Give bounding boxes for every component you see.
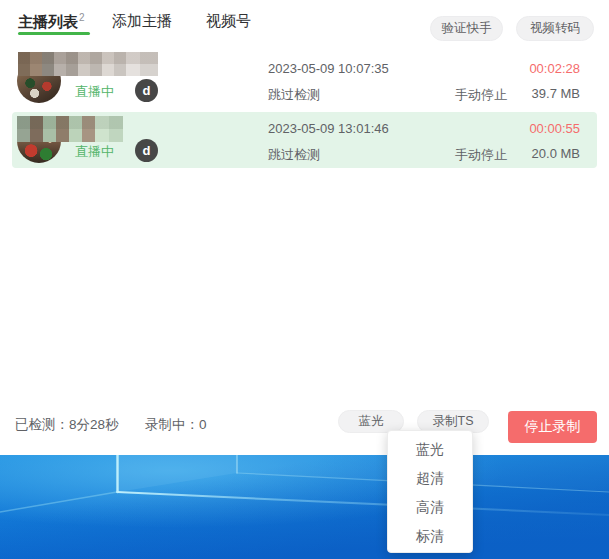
verify-kuaishou-button[interactable]: 验证快手 xyxy=(430,16,503,41)
record-start-time: 2023-05-09 10:07:35 xyxy=(268,61,389,76)
censored-streamer-name xyxy=(18,52,158,76)
tab-add-streamer-label: 添加主播 xyxy=(112,12,172,29)
quality-dropdown-menu: 蓝光 超清 高清 标清 xyxy=(387,430,473,553)
record-start-time: 2023-05-09 13:01:46 xyxy=(268,121,389,136)
platform-d-icon[interactable]: d xyxy=(135,79,158,102)
detected-time-status: 已检测：8分28秒 xyxy=(15,416,119,434)
file-size-label: 20.0 MB xyxy=(532,146,580,161)
file-size-label: 39.7 MB xyxy=(532,86,580,101)
live-status-label: 直播中 xyxy=(75,83,114,101)
censored-streamer-name xyxy=(17,116,123,142)
dropdown-item-high-def[interactable]: 高清 xyxy=(388,493,472,522)
tab-video-account[interactable]: 视频号 xyxy=(206,12,251,31)
manual-stop-label[interactable]: 手动停止 xyxy=(455,86,507,104)
video-transcode-button[interactable]: 视频转码 xyxy=(516,16,594,41)
streamer-row-2[interactable]: 直播中 d 2023-05-09 13:01:46 00:00:55 跳过检测 … xyxy=(12,112,597,168)
tab-streamer-list[interactable]: 主播列表2 xyxy=(18,12,85,32)
record-duration: 00:00:55 xyxy=(529,121,580,136)
dropdown-item-standard-def[interactable]: 标清 xyxy=(388,522,472,551)
active-tab-underline xyxy=(18,32,90,35)
manual-stop-label[interactable]: 手动停止 xyxy=(455,146,507,164)
record-duration: 00:02:28 xyxy=(529,61,580,76)
tab-video-account-label: 视频号 xyxy=(206,12,251,29)
live-status-label: 直播中 xyxy=(75,143,114,161)
stop-recording-button[interactable]: 停止录制 xyxy=(508,411,597,443)
tab-count-badge: 2 xyxy=(79,12,85,23)
tab-add-streamer[interactable]: 添加主播 xyxy=(112,12,172,31)
recording-count-status: 录制中：0 xyxy=(145,416,207,434)
screen: 主播列表2 添加主播 视频号 验证快手 视频转码 直播中 d 2023-05-0… xyxy=(0,0,609,559)
streamer-row-1[interactable]: 直播中 d 2023-05-09 10:07:35 00:02:28 跳过检测 … xyxy=(12,52,597,108)
skip-detection-label[interactable]: 跳过检测 xyxy=(268,146,320,164)
dropdown-item-ultra-hd[interactable]: 超清 xyxy=(388,464,472,493)
recorder-app-window: 主播列表2 添加主播 视频号 验证快手 视频转码 直播中 d 2023-05-0… xyxy=(0,0,609,455)
tab-streamer-list-label: 主播列表 xyxy=(18,13,78,30)
windows-desktop-wallpaper xyxy=(0,455,609,559)
skip-detection-label[interactable]: 跳过检测 xyxy=(268,86,320,104)
dropdown-item-blu-ray[interactable]: 蓝光 xyxy=(388,435,472,464)
platform-d-icon[interactable]: d xyxy=(135,139,158,162)
